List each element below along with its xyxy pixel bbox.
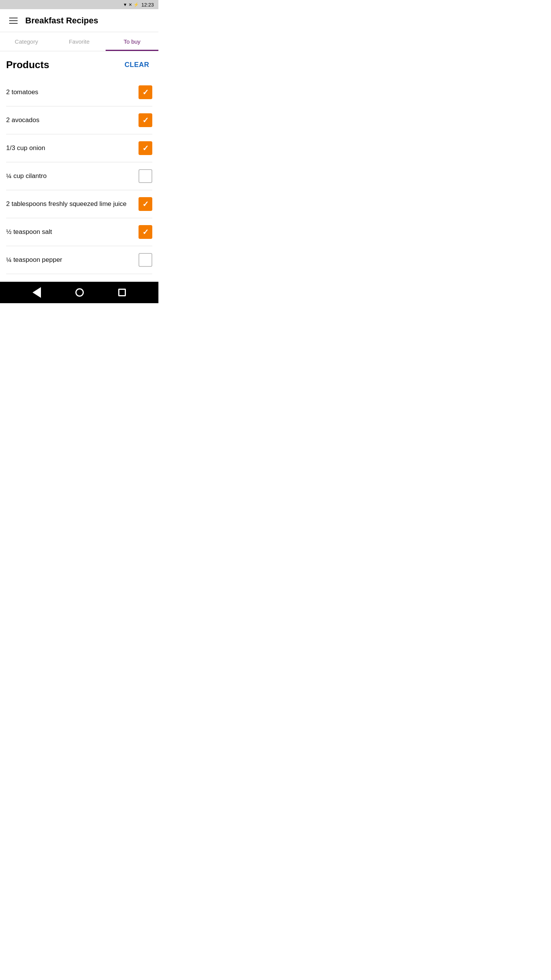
wifi-icon: ▼ bbox=[123, 2, 127, 7]
product-name: 1/3 cup onion bbox=[6, 144, 45, 152]
product-checkbox[interactable] bbox=[139, 253, 152, 267]
status-bar: ▼ ✕ ⚡ 12:23 bbox=[0, 0, 158, 9]
home-icon bbox=[75, 288, 84, 297]
clear-button[interactable]: CLEAR bbox=[122, 59, 153, 70]
product-name: ¼ teaspoon pepper bbox=[6, 256, 62, 264]
bottom-nav bbox=[0, 282, 158, 303]
menu-icon[interactable] bbox=[6, 15, 21, 27]
product-name: 2 tomatoes bbox=[6, 88, 38, 96]
menu-line-2 bbox=[9, 20, 18, 21]
main-content: Products CLEAR 2 tomatoes2 avocados1/3 c… bbox=[0, 51, 158, 282]
list-item: 2 tablespoons freshly squeezed lime juic… bbox=[6, 190, 152, 218]
battery-icon: ⚡ bbox=[134, 2, 139, 7]
tab-favorite[interactable]: Favorite bbox=[53, 32, 106, 51]
status-time: 12:23 bbox=[141, 2, 154, 8]
list-item: 2 avocados bbox=[6, 106, 152, 134]
product-name: ½ teaspoon salt bbox=[6, 228, 52, 236]
product-checkbox[interactable] bbox=[139, 169, 152, 183]
tab-to-buy[interactable]: To buy bbox=[106, 32, 158, 51]
menu-line-3 bbox=[9, 23, 18, 24]
page-title: Breakfast Recipes bbox=[25, 16, 98, 26]
products-header: Products CLEAR bbox=[6, 59, 152, 71]
header: Breakfast Recipes bbox=[0, 9, 158, 32]
list-item: ½ teaspoon salt bbox=[6, 218, 152, 246]
back-icon bbox=[33, 287, 41, 298]
product-checkbox[interactable] bbox=[139, 85, 152, 99]
product-name: ¼ cup cilantro bbox=[6, 172, 47, 180]
recents-icon bbox=[118, 289, 126, 296]
product-checkbox[interactable] bbox=[139, 225, 152, 239]
product-checkbox[interactable] bbox=[139, 197, 152, 211]
product-list: 2 tomatoes2 avocados1/3 cup onion¼ cup c… bbox=[6, 78, 152, 274]
product-name: 2 tablespoons freshly squeezed lime juic… bbox=[6, 200, 127, 208]
list-item: 1/3 cup onion bbox=[6, 134, 152, 162]
tabs-container: Category Favorite To buy bbox=[0, 32, 158, 51]
product-checkbox[interactable] bbox=[139, 113, 152, 127]
list-item: ¼ teaspoon pepper bbox=[6, 246, 152, 274]
signal-off-icon: ✕ bbox=[129, 2, 132, 7]
status-icons: ▼ ✕ ⚡ bbox=[123, 2, 139, 7]
product-name: 2 avocados bbox=[6, 116, 39, 124]
list-item: ¼ cup cilantro bbox=[6, 162, 152, 190]
home-button[interactable] bbox=[75, 288, 84, 297]
list-item: 2 tomatoes bbox=[6, 78, 152, 106]
product-checkbox[interactable] bbox=[139, 141, 152, 155]
menu-line-1 bbox=[9, 18, 18, 18]
tab-category[interactable]: Category bbox=[0, 32, 53, 51]
products-title: Products bbox=[6, 59, 49, 71]
recents-button[interactable] bbox=[118, 289, 126, 296]
back-button[interactable] bbox=[33, 287, 41, 298]
